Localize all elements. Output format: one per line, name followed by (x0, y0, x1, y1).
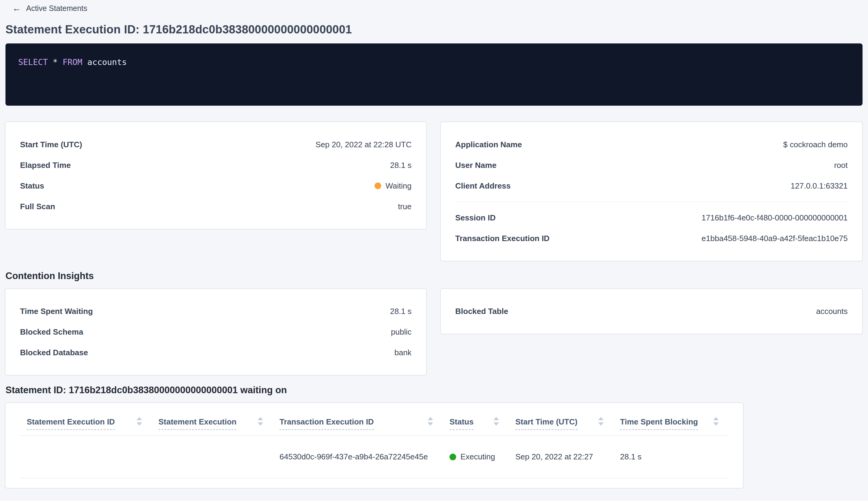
waiting-on-table: Statement Execution ID Statement Executi… (6, 403, 743, 488)
column-header-time-spent-blocking[interactable]: Time Spent Blocking (614, 417, 728, 435)
contention-insights-heading: Contention Insights (6, 270, 862, 281)
status-label: Status (20, 181, 44, 191)
start-time-label: Start Time (UTC) (20, 140, 82, 149)
back-arrow-icon: ← (12, 4, 21, 13)
blocked-database-label: Blocked Database (20, 348, 88, 358)
column-header-label: Statement Execution (159, 417, 236, 430)
transaction-execution-id-row: Transaction Execution ID e1bba458-5948-4… (455, 228, 848, 249)
session-id-label: Session ID (455, 213, 496, 223)
time-spent-waiting-label: Time Spent Waiting (20, 307, 93, 316)
cell-time-spent-blocking: 28.1 s (614, 436, 728, 478)
user-name-row: User Name root (455, 155, 848, 175)
cell-status: Executing (443, 436, 509, 478)
blocked-schema-label: Blocked Schema (20, 327, 83, 337)
breadcrumb-back-active-statements[interactable]: ← Active Statements (6, 4, 87, 13)
status-value: Waiting (375, 181, 412, 191)
column-header-statement-execution-id[interactable]: Statement Execution ID (20, 417, 152, 435)
user-name-value: root (834, 161, 848, 170)
execution-details-card: Start Time (UTC) Sep 20, 2022 at 22:28 U… (6, 122, 426, 229)
contention-details-card: Time Spent Waiting 28.1 s Blocked Schema… (6, 289, 426, 375)
blocked-schema-value: public (391, 327, 412, 337)
session-id-link[interactable]: 1716b1f6-4e0c-f480-0000-000000000001 (702, 213, 848, 223)
elapsed-time-label: Elapsed Time (20, 161, 71, 170)
statement-execution-details-page: ← Active Statements Statement Execution … (0, 0, 868, 488)
column-header-label: Status (449, 417, 474, 430)
column-header-label: Start Time (UTC) (516, 417, 577, 430)
cell-statement-execution (152, 436, 273, 478)
blocked-database-value: bank (394, 348, 412, 358)
user-name-label: User Name (455, 161, 497, 170)
time-spent-waiting-value: 28.1 s (390, 307, 412, 316)
client-address-row: Client Address 127.0.0.1:63321 (455, 175, 848, 196)
column-header-start-time[interactable]: Start Time (UTC) (509, 417, 614, 435)
application-name-row: Application Name $ cockroach demo (455, 134, 848, 155)
time-spent-waiting-row: Time Spent Waiting 28.1 s (20, 301, 412, 321)
client-address-value: 127.0.0.1:63321 (791, 181, 848, 191)
cell-start-time: Sep 20, 2022 at 22:27 (509, 436, 614, 478)
status-waiting-text: Waiting (386, 181, 412, 191)
full-scan-row: Full Scan true (20, 196, 412, 217)
blocked-table-value: accounts (816, 307, 848, 316)
waiting-on-heading: Statement ID: 1716b218dc0b38380000000000… (6, 385, 862, 396)
sort-icon[interactable] (493, 417, 499, 430)
overview-cards-row: Start Time (UTC) Sep 20, 2022 at 22:28 U… (6, 122, 862, 261)
blocked-table-label: Blocked Table (455, 307, 508, 316)
status-executing-text: Executing (460, 452, 495, 461)
status-row: Status Waiting (20, 175, 412, 196)
card-divider (455, 202, 848, 202)
application-name-label: Application Name (455, 140, 522, 149)
status-executing-dot-icon (449, 454, 456, 460)
column-header-label: Statement Execution ID (27, 417, 115, 430)
blocked-table-card: Blocked Table accounts (441, 289, 862, 334)
cell-transaction-execution-id: 64530d0c-969f-437e-a9b4-26a72245e45e (273, 436, 443, 478)
sql-table-name: accounts (87, 57, 127, 67)
table-row: 64530d0c-969f-437e-a9b4-26a72245e45e Exe… (20, 436, 728, 478)
blocked-schema-row: Blocked Schema public (20, 321, 412, 342)
status-waiting-dot-icon (375, 182, 381, 189)
breadcrumb-label: Active Statements (26, 4, 87, 13)
contention-cards-row: Time Spent Waiting 28.1 s Blocked Schema… (6, 289, 862, 375)
client-address-label: Client Address (455, 181, 511, 191)
waiting-on-table-header: Statement Execution ID Statement Executi… (20, 403, 728, 436)
application-name-value: $ cockroach demo (783, 140, 848, 149)
full-scan-label: Full Scan (20, 202, 55, 211)
sort-icon[interactable] (427, 417, 433, 430)
start-time-value: Sep 20, 2022 at 22:28 UTC (315, 140, 412, 149)
column-header-label: Time Spent Blocking (620, 417, 698, 430)
column-header-statement-execution[interactable]: Statement Execution (152, 417, 273, 435)
sort-icon[interactable] (713, 417, 719, 430)
column-header-status[interactable]: Status (443, 417, 509, 435)
transaction-execution-id-label: Transaction Execution ID (455, 234, 550, 243)
blocked-table-row: Blocked Table accounts (455, 301, 848, 321)
session-id-row: Session ID 1716b1f6-4e0c-f480-0000-00000… (455, 207, 848, 228)
start-time-row: Start Time (UTC) Sep 20, 2022 at 22:28 U… (20, 134, 412, 155)
transaction-execution-id-link[interactable]: e1bba458-5948-40a9-a42f-5feac1b10e75 (702, 234, 848, 243)
session-details-card: Application Name $ cockroach demo User N… (441, 122, 862, 261)
elapsed-time-row: Elapsed Time 28.1 s (20, 155, 412, 175)
sql-star: * (53, 57, 58, 67)
sql-statement-box: SELECT * FROM accounts (6, 43, 862, 106)
full-scan-value: true (398, 202, 412, 211)
blocked-database-row: Blocked Database bank (20, 342, 412, 363)
column-header-label: Transaction Execution ID (280, 417, 374, 430)
page-title: Statement Execution ID: 1716b218dc0b3838… (6, 23, 862, 36)
column-header-transaction-execution-id[interactable]: Transaction Execution ID (273, 417, 443, 435)
cell-statement-execution-id (20, 436, 152, 478)
sort-icon[interactable] (258, 417, 263, 430)
sql-keyword-select: SELECT (18, 57, 48, 67)
elapsed-time-value: 28.1 s (390, 161, 412, 170)
sql-statement-text: SELECT * FROM accounts (18, 57, 850, 67)
sort-icon[interactable] (598, 417, 604, 430)
sql-keyword-from: FROM (63, 57, 82, 67)
sort-icon[interactable] (137, 417, 142, 430)
